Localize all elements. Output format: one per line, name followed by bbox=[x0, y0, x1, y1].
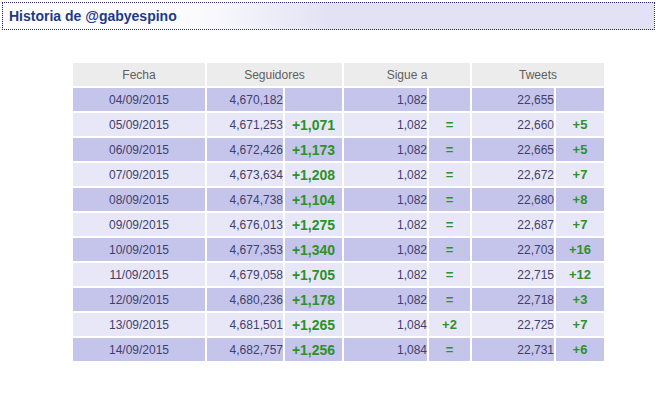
title-bar: Historia de @gabyespino bbox=[2, 2, 655, 30]
cell-sigue-a: 1,084 bbox=[344, 338, 427, 361]
cell-seguidores: 4,681,501 bbox=[207, 313, 283, 336]
cell-tweets-delta: +5 bbox=[556, 138, 604, 161]
cell-sigue-a-delta bbox=[429, 88, 470, 111]
cell-seguidores-delta: +1,340 bbox=[285, 238, 342, 261]
table-row: 11/09/2015 4,679,058 +1,705 1,082 = 22,7… bbox=[73, 263, 604, 286]
cell-seguidores-delta: +1,071 bbox=[285, 113, 342, 136]
cell-fecha: 12/09/2015 bbox=[73, 288, 205, 311]
cell-seguidores: 4,674,738 bbox=[207, 188, 283, 211]
cell-seguidores: 4,672,426 bbox=[207, 138, 283, 161]
cell-tweets: 22,731 bbox=[472, 338, 554, 361]
cell-tweets-delta: +12 bbox=[556, 263, 604, 286]
cell-seguidores: 4,680,236 bbox=[207, 288, 283, 311]
cell-tweets-delta: +16 bbox=[556, 238, 604, 261]
cell-sigue-a-delta: = bbox=[429, 213, 470, 236]
cell-tweets: 22,680 bbox=[472, 188, 554, 211]
cell-fecha: 10/09/2015 bbox=[73, 238, 205, 261]
cell-tweets-delta: +8 bbox=[556, 188, 604, 211]
table-body: 04/09/2015 4,670,182 1,082 22,655 05/09/… bbox=[73, 88, 604, 361]
cell-seguidores: 4,679,058 bbox=[207, 263, 283, 286]
cell-sigue-a-delta: = bbox=[429, 288, 470, 311]
table-header-row: Fecha Seguidores Sigue a Tweets bbox=[73, 63, 604, 86]
cell-seguidores-delta: +1,173 bbox=[285, 138, 342, 161]
table-row: 08/09/2015 4,674,738 +1,104 1,082 = 22,6… bbox=[73, 188, 604, 211]
cell-sigue-a-delta: = bbox=[429, 238, 470, 261]
cell-tweets: 22,665 bbox=[472, 138, 554, 161]
cell-sigue-a-delta: +2 bbox=[429, 313, 470, 336]
cell-tweets-delta: +6 bbox=[556, 338, 604, 361]
cell-sigue-a: 1,082 bbox=[344, 188, 427, 211]
cell-tweets: 22,672 bbox=[472, 163, 554, 186]
table-row: 14/09/2015 4,682,757 +1,256 1,084 = 22,7… bbox=[73, 338, 604, 361]
page: { "title": "Historia de @gabyespino", "c… bbox=[0, 0, 666, 400]
cell-sigue-a-delta: = bbox=[429, 338, 470, 361]
cell-sigue-a: 1,082 bbox=[344, 113, 427, 136]
cell-sigue-a: 1,082 bbox=[344, 88, 427, 111]
cell-seguidores-delta bbox=[285, 88, 342, 111]
cell-seguidores-delta: +1,208 bbox=[285, 163, 342, 186]
cell-seguidores: 4,677,353 bbox=[207, 238, 283, 261]
cell-tweets-delta: +7 bbox=[556, 313, 604, 336]
cell-sigue-a-delta: = bbox=[429, 138, 470, 161]
column-header-fecha: Fecha bbox=[73, 63, 205, 86]
cell-tweets: 22,703 bbox=[472, 238, 554, 261]
table-row: 10/09/2015 4,677,353 +1,340 1,082 = 22,7… bbox=[73, 238, 604, 261]
cell-tweets: 22,655 bbox=[472, 88, 554, 111]
cell-fecha: 11/09/2015 bbox=[73, 263, 205, 286]
table-row: 13/09/2015 4,681,501 +1,265 1,084 +2 22,… bbox=[73, 313, 604, 336]
cell-sigue-a: 1,082 bbox=[344, 213, 427, 236]
cell-seguidores-delta: +1,275 bbox=[285, 213, 342, 236]
cell-sigue-a-delta: = bbox=[429, 263, 470, 286]
stats-table: Fecha Seguidores Sigue a Tweets 04/09/20… bbox=[71, 61, 606, 363]
page-title: Historia de @gabyespino bbox=[9, 8, 177, 24]
cell-seguidores-delta: +1,256 bbox=[285, 338, 342, 361]
column-header-sigue-a: Sigue a bbox=[344, 63, 470, 86]
cell-fecha: 08/09/2015 bbox=[73, 188, 205, 211]
cell-sigue-a: 1,082 bbox=[344, 163, 427, 186]
cell-tweets: 22,718 bbox=[472, 288, 554, 311]
cell-seguidores-delta: +1,265 bbox=[285, 313, 342, 336]
cell-seguidores: 4,682,757 bbox=[207, 338, 283, 361]
cell-seguidores: 4,676,013 bbox=[207, 213, 283, 236]
cell-tweets-delta bbox=[556, 88, 604, 111]
cell-seguidores: 4,671,253 bbox=[207, 113, 283, 136]
cell-seguidores: 4,673,634 bbox=[207, 163, 283, 186]
cell-sigue-a: 1,082 bbox=[344, 288, 427, 311]
cell-sigue-a-delta: = bbox=[429, 163, 470, 186]
cell-tweets-delta: +5 bbox=[556, 113, 604, 136]
cell-tweets-delta: +3 bbox=[556, 288, 604, 311]
cell-seguidores-delta: +1,104 bbox=[285, 188, 342, 211]
cell-fecha: 09/09/2015 bbox=[73, 213, 205, 236]
cell-tweets: 22,660 bbox=[472, 113, 554, 136]
cell-sigue-a: 1,082 bbox=[344, 138, 427, 161]
cell-sigue-a-delta: = bbox=[429, 188, 470, 211]
table-row: 06/09/2015 4,672,426 +1,173 1,082 = 22,6… bbox=[73, 138, 604, 161]
table-row: 05/09/2015 4,671,253 +1,071 1,082 = 22,6… bbox=[73, 113, 604, 136]
cell-fecha: 05/09/2015 bbox=[73, 113, 205, 136]
cell-seguidores-delta: +1,178 bbox=[285, 288, 342, 311]
cell-seguidores-delta: +1,705 bbox=[285, 263, 342, 286]
cell-sigue-a: 1,082 bbox=[344, 263, 427, 286]
cell-fecha: 13/09/2015 bbox=[73, 313, 205, 336]
cell-tweets-delta: +7 bbox=[556, 163, 604, 186]
cell-fecha: 04/09/2015 bbox=[73, 88, 205, 111]
cell-sigue-a: 1,084 bbox=[344, 313, 427, 336]
cell-fecha: 14/09/2015 bbox=[73, 338, 205, 361]
cell-tweets: 22,715 bbox=[472, 263, 554, 286]
column-header-tweets: Tweets bbox=[472, 63, 604, 86]
table-row: 04/09/2015 4,670,182 1,082 22,655 bbox=[73, 88, 604, 111]
table-row: 09/09/2015 4,676,013 +1,275 1,082 = 22,6… bbox=[73, 213, 604, 236]
cell-tweets: 22,687 bbox=[472, 213, 554, 236]
table-row: 07/09/2015 4,673,634 +1,208 1,082 = 22,6… bbox=[73, 163, 604, 186]
cell-seguidores: 4,670,182 bbox=[207, 88, 283, 111]
cell-sigue-a-delta: = bbox=[429, 113, 470, 136]
cell-sigue-a: 1,082 bbox=[344, 238, 427, 261]
cell-fecha: 06/09/2015 bbox=[73, 138, 205, 161]
column-header-seguidores: Seguidores bbox=[207, 63, 342, 86]
table-row: 12/09/2015 4,680,236 +1,178 1,082 = 22,7… bbox=[73, 288, 604, 311]
cell-tweets-delta: +7 bbox=[556, 213, 604, 236]
cell-fecha: 07/09/2015 bbox=[73, 163, 205, 186]
cell-tweets: 22,725 bbox=[472, 313, 554, 336]
